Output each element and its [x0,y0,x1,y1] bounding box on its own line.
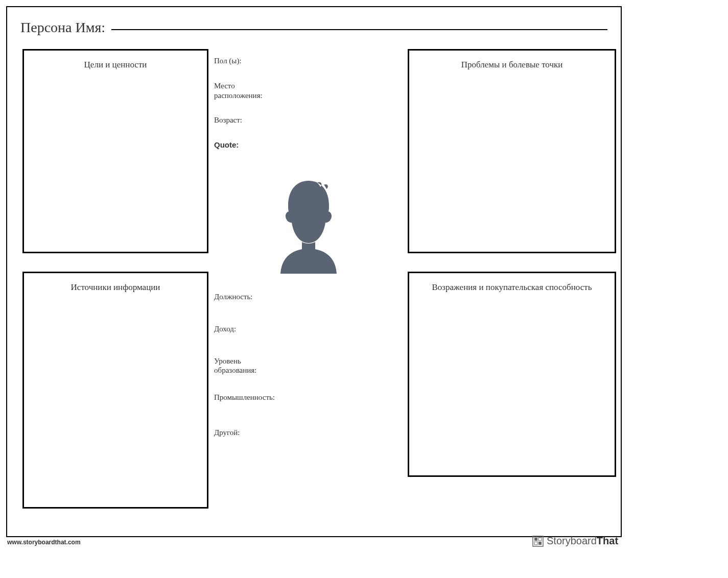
box-problems-title: Проблемы и болевые точки [409,51,615,70]
svg-rect-1 [534,538,537,541]
box-objections-purchasing[interactable]: Возражения и покупательская способность [408,272,616,477]
worksheet-canvas: Персона Имя: Цели и ценности Проблемы и … [6,6,622,537]
field-industry: Промышленность: [214,393,270,402]
header-row: Персона Имя: [20,19,607,36]
box-objections-title: Возражения и покупательская способность [409,273,615,293]
box-problems-pain[interactable]: Проблемы и болевые точки [408,49,616,253]
box-sources-title: Источники информации [24,273,207,293]
svg-rect-2 [538,538,542,541]
box-info-sources[interactable]: Источники информации [22,272,208,509]
avatar-placeholder-icon [265,176,352,274]
svg-rect-3 [534,542,537,545]
field-gender: Пол (ы): [214,56,270,66]
demographics-bottom: Должность: Доход: Уровень образования: П… [214,292,270,453]
persona-name-input-line[interactable] [111,29,607,30]
field-income: Доход: [214,324,270,334]
box-goals-values[interactable]: Цели и ценности [22,49,208,253]
field-job-title: Должность: [214,292,270,302]
box-goals-title: Цели и ценности [24,51,207,70]
field-other: Другой: [214,428,270,438]
demographics-top: Пол (ы): Место расположения: Возраст: Qu… [214,56,270,165]
svg-rect-4 [538,542,542,545]
storyboard-logo-icon [532,536,544,547]
persona-name-label: Персона Имя: [20,19,105,36]
brand-part2: That [597,535,618,546]
field-quote: Quote: [214,140,270,150]
footer-brand: StoryboardThat [532,535,618,547]
field-location: Место расположения: [214,81,270,101]
field-age: Возраст: [214,115,270,125]
footer-brand-text: StoryboardThat [547,535,618,547]
footer-url: www.storyboardthat.com [7,539,81,546]
brand-part1: Storyboard [547,535,597,546]
field-education: Уровень образования: [214,356,270,376]
